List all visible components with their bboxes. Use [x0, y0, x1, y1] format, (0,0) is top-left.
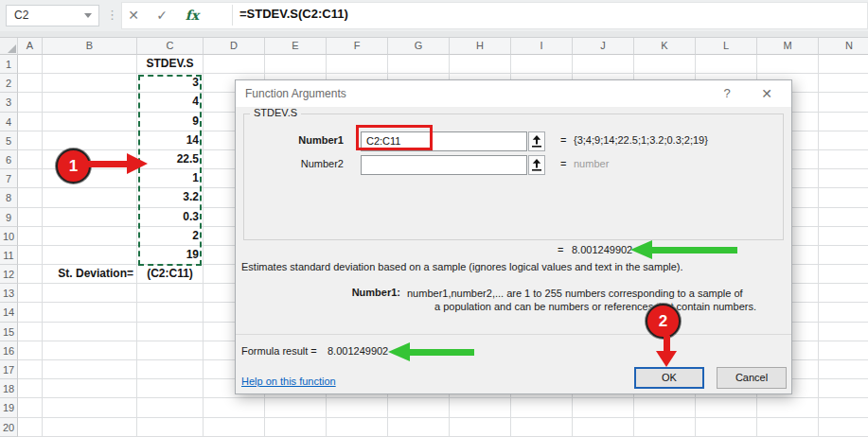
cell-N10[interactable] — [819, 227, 868, 246]
cell-A2[interactable] — [18, 74, 43, 93]
cell-C1[interactable]: STDEV.S — [137, 55, 204, 74]
cell-N2[interactable] — [819, 74, 868, 93]
cell-N8[interactable] — [819, 188, 868, 207]
cell-A5[interactable] — [18, 131, 43, 150]
cell-A15[interactable] — [18, 323, 43, 341]
cell-L19[interactable] — [696, 398, 757, 417]
cell-C10[interactable]: 2 — [137, 227, 204, 246]
cell-M1[interactable] — [757, 55, 819, 74]
row-header-14[interactable]: 14 — [0, 303, 18, 322]
column-header-A[interactable]: A — [18, 38, 43, 55]
column-header-D[interactable]: D — [204, 38, 265, 55]
cell-B16[interactable] — [43, 341, 137, 360]
cell-B12[interactable]: St. Deviation= — [43, 265, 137, 284]
cancel-entry-icon[interactable]: ✕ — [123, 4, 144, 26]
cell-J1[interactable] — [573, 55, 634, 74]
cell-N11[interactable] — [819, 246, 868, 265]
column-header-K[interactable]: K — [634, 38, 696, 55]
column-header-H[interactable]: H — [450, 38, 511, 55]
cell-C19[interactable] — [137, 398, 204, 417]
row-header-5[interactable]: 5 — [0, 131, 18, 150]
column-header-F[interactable]: F — [327, 38, 388, 55]
cell-C16[interactable] — [137, 341, 204, 360]
formula-bar-field[interactable] — [121, 2, 868, 29]
help-on-function-link[interactable]: Help on this function — [241, 376, 336, 387]
cell-A20[interactable] — [18, 418, 43, 437]
cell-B13[interactable] — [43, 284, 137, 303]
cell-D1[interactable] — [204, 55, 265, 74]
row-header-2[interactable]: 2 — [0, 74, 18, 93]
row-header-20[interactable]: 20 — [0, 418, 18, 437]
cell-B8[interactable] — [43, 188, 137, 207]
cell-A10[interactable] — [18, 227, 43, 246]
cell-B18[interactable] — [43, 379, 137, 398]
cell-K19[interactable] — [634, 398, 696, 417]
row-header-12[interactable]: 12 — [0, 265, 18, 284]
cell-N7[interactable] — [819, 169, 868, 188]
cell-B15[interactable] — [43, 323, 137, 341]
insert-function-icon[interactable]: fx — [182, 4, 203, 26]
cell-A12[interactable] — [18, 265, 43, 284]
cell-C20[interactable] — [137, 418, 204, 437]
cell-C14[interactable] — [137, 303, 204, 322]
cell-C11[interactable]: 19 — [137, 246, 204, 265]
column-header-N[interactable]: N — [819, 38, 868, 55]
column-header-G[interactable]: G — [388, 38, 450, 55]
row-header-11[interactable]: 11 — [0, 246, 18, 265]
row-header-9[interactable]: 9 — [0, 208, 18, 227]
cell-D20[interactable] — [204, 418, 265, 437]
row-header-17[interactable]: 17 — [0, 360, 18, 379]
cell-C13[interactable] — [137, 284, 204, 303]
cell-A17[interactable] — [18, 360, 43, 379]
column-header-C[interactable]: C — [137, 38, 204, 55]
cell-B9[interactable] — [43, 208, 137, 227]
cell-N19[interactable] — [819, 398, 868, 417]
cell-C3[interactable]: 4 — [137, 93, 204, 112]
cell-A8[interactable] — [18, 188, 43, 207]
cell-A14[interactable] — [18, 303, 43, 322]
column-header-M[interactable]: M — [757, 38, 819, 55]
cell-C2[interactable]: 3 — [137, 74, 204, 93]
cell-N17[interactable] — [819, 360, 868, 379]
cell-B3[interactable] — [43, 93, 137, 112]
cell-E20[interactable] — [265, 418, 327, 437]
cell-C4[interactable]: 9 — [137, 113, 204, 131]
cell-N20[interactable] — [819, 418, 868, 437]
cell-A18[interactable] — [18, 379, 43, 398]
row-header-13[interactable]: 13 — [0, 284, 18, 303]
row-header-18[interactable]: 18 — [0, 379, 18, 398]
row-header-8[interactable]: 8 — [0, 188, 18, 207]
dialog-title-bar[interactable]: Function Arguments ? ✕ — [236, 80, 791, 107]
cell-J20[interactable] — [573, 418, 634, 437]
cell-N18[interactable] — [819, 379, 868, 398]
cell-A4[interactable] — [18, 113, 43, 131]
name-box-dropdown-icon[interactable] — [84, 13, 92, 18]
number2-input[interactable] — [361, 155, 527, 175]
cell-E1[interactable] — [265, 55, 327, 74]
formula-text[interactable]: =STDEV.S(C2:C11) — [239, 7, 348, 21]
enter-entry-icon[interactable]: ✓ — [151, 4, 172, 26]
cell-B11[interactable] — [43, 246, 137, 265]
ok-button[interactable]: OK — [634, 367, 704, 389]
cell-B2[interactable] — [43, 74, 137, 93]
number1-range-picker-button[interactable] — [528, 131, 545, 151]
cell-M20[interactable] — [757, 418, 819, 437]
cell-B19[interactable] — [43, 398, 137, 417]
cell-B4[interactable] — [43, 113, 137, 131]
cell-N16[interactable] — [819, 341, 868, 360]
cell-N13[interactable] — [819, 284, 868, 303]
cell-G1[interactable] — [388, 55, 450, 74]
close-icon[interactable]: ✕ — [758, 85, 775, 102]
row-header-3[interactable]: 3 — [0, 93, 18, 112]
cell-N4[interactable] — [819, 113, 868, 131]
cell-H19[interactable] — [450, 398, 511, 417]
cancel-button[interactable]: Cancel — [717, 367, 787, 389]
column-header-I[interactable]: I — [511, 38, 573, 55]
cell-B14[interactable] — [43, 303, 137, 322]
column-header-L[interactable]: L — [696, 38, 757, 55]
cell-N12[interactable] — [819, 265, 868, 284]
cell-F1[interactable] — [327, 55, 388, 74]
cell-A7[interactable] — [18, 169, 43, 188]
cell-N14[interactable] — [819, 303, 868, 322]
cell-I1[interactable] — [511, 55, 573, 74]
